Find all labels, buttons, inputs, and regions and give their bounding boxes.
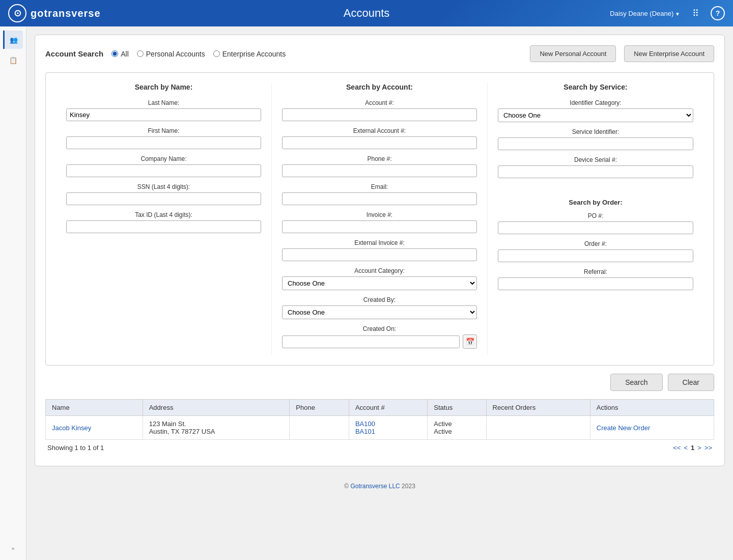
invoice-input[interactable]	[282, 220, 477, 233]
table-footer: Showing 1 to 1 of 1 << < 1 > >>	[45, 440, 714, 456]
result-name: Jacob Kinsey	[46, 416, 143, 440]
pagination-last[interactable]: >>	[704, 444, 712, 452]
col-recent-orders: Recent Orders	[486, 400, 590, 416]
col-phone: Phone	[290, 400, 349, 416]
search-button[interactable]: Search	[610, 374, 662, 391]
referral-row: Referral:	[498, 268, 693, 290]
radio-all-input[interactable]	[111, 50, 118, 57]
col-actions: Actions	[590, 400, 714, 416]
account-ba101-link[interactable]: BA101	[355, 428, 375, 435]
device-serial-row: Device Serial #:	[498, 156, 693, 178]
radio-personal-input[interactable]	[137, 50, 144, 57]
user-menu[interactable]: Daisy Deane (Deane)	[610, 10, 680, 17]
action-buttons: Search Clear	[45, 374, 714, 391]
order-label: Order #:	[498, 240, 693, 247]
account-ba100-link[interactable]: BA100	[355, 420, 375, 428]
results-table: Name Address Phone Account # Status Rece…	[45, 399, 714, 440]
main-content: Account Search All Personal Accounts Ent…	[26, 26, 733, 560]
accounts-icon: 👥	[10, 36, 18, 44]
created-on-input[interactable]	[282, 335, 460, 348]
created-by-select[interactable]: Choose One	[282, 305, 477, 319]
result-status: ActiveActive	[428, 416, 486, 440]
referral-input[interactable]	[498, 277, 693, 290]
ssn-input[interactable]	[66, 192, 261, 205]
email-row: Email:	[282, 183, 477, 205]
order-input[interactable]	[498, 249, 693, 262]
pagination-first[interactable]: <<	[673, 444, 681, 452]
radio-personal[interactable]: Personal Accounts	[137, 50, 205, 58]
calendar-icon[interactable]: 📅	[463, 334, 477, 349]
email-label: Email:	[282, 183, 477, 190]
company-name-label: Company Name:	[66, 155, 261, 162]
result-address: 123 Main St.Austin, TX 78727 USA	[143, 416, 290, 440]
header-right: Daisy Deane (Deane) ⠿ ?	[610, 6, 725, 20]
device-serial-label: Device Serial #:	[498, 156, 693, 163]
identifier-category-row: Identifier Category: Choose One	[498, 99, 693, 122]
footer-company-link[interactable]: Gotransverse LLC	[350, 483, 400, 490]
documents-icon: 📋	[9, 57, 17, 64]
service-identifier-input[interactable]	[498, 137, 693, 150]
result-accounts: BA100 BA101	[349, 416, 427, 440]
logo-text: gotransverse	[31, 8, 101, 19]
tax-id-label: Tax ID (Last 4 digits):	[66, 211, 261, 218]
ext-invoice-input[interactable]	[282, 248, 477, 261]
new-personal-account-button[interactable]: New Personal Account	[530, 45, 616, 62]
sidebar: 👥 📋 »	[0, 26, 26, 560]
search-by-name-title: Search by Name:	[66, 83, 261, 91]
search-by-account-title: Search by Account:	[282, 83, 477, 91]
account-num-input[interactable]	[282, 108, 477, 121]
sidebar-expand[interactable]: »	[11, 545, 14, 551]
new-buttons: New Personal Account New Enterprise Acco…	[514, 45, 714, 62]
last-name-input[interactable]	[66, 108, 261, 121]
ssn-row: SSN (Last 4 digits):	[66, 183, 261, 205]
sidebar-bottom: »	[11, 544, 14, 560]
phone-label: Phone #:	[282, 155, 477, 162]
invoice-label: Invoice #:	[282, 211, 477, 218]
search-by-service-column: Search by Service: Identifier Category: …	[488, 83, 703, 355]
radio-all[interactable]: All	[111, 50, 129, 58]
col-account: Account #	[349, 400, 427, 416]
radio-enterprise[interactable]: Enterprise Accounts	[213, 50, 286, 58]
tax-id-input[interactable]	[66, 220, 261, 233]
service-identifier-row: Service Identifier:	[498, 128, 693, 150]
radio-group: All Personal Accounts Enterprise Account…	[111, 50, 286, 58]
email-input[interactable]	[282, 192, 477, 205]
search-by-account-column: Search by Account: Account #: External A…	[272, 83, 488, 355]
sidebar-item-accounts[interactable]: 👥	[3, 31, 23, 49]
app-body: 👥 📋 » Account Search All Person	[0, 26, 733, 560]
result-phone	[290, 416, 349, 440]
ext-invoice-label: External Invoice #:	[282, 239, 477, 246]
order-row: Order #:	[498, 240, 693, 262]
ext-account-label: External Account #:	[282, 127, 477, 134]
phone-row: Phone #:	[282, 155, 477, 177]
account-category-row: Account Category: Choose One	[282, 267, 477, 290]
create-new-order-link[interactable]: Create New Order	[597, 424, 650, 432]
showing-text: Showing 1 to 1 of 1	[47, 444, 104, 452]
first-name-input[interactable]	[66, 136, 261, 149]
date-row: 📅	[282, 334, 477, 349]
col-name: Name	[46, 400, 143, 416]
table-header-row: Name Address Phone Account # Status Rece…	[46, 400, 714, 416]
pagination-next[interactable]: >	[697, 444, 701, 452]
company-name-input[interactable]	[66, 164, 261, 177]
sidebar-item-documents[interactable]: 📋	[4, 51, 22, 69]
result-name-link[interactable]: Jacob Kinsey	[52, 424, 91, 432]
last-name-row: Last Name:	[66, 99, 261, 121]
col-address: Address	[143, 400, 290, 416]
ssn-label: SSN (Last 4 digits):	[66, 183, 261, 190]
po-label: PO #:	[498, 212, 693, 219]
clear-button[interactable]: Clear	[668, 374, 714, 391]
po-input[interactable]	[498, 221, 693, 234]
account-category-select[interactable]: Choose One	[282, 276, 477, 290]
pagination-prev[interactable]: <	[684, 444, 688, 452]
new-enterprise-account-button[interactable]: New Enterprise Account	[624, 45, 714, 62]
account-category-label: Account Category:	[282, 267, 477, 274]
device-serial-input[interactable]	[498, 165, 693, 178]
identifier-category-select[interactable]: Choose One	[498, 108, 693, 122]
help-icon[interactable]: ?	[711, 6, 725, 20]
ext-account-input[interactable]	[282, 136, 477, 149]
search-form: Search by Name: Last Name: First Name: C…	[45, 72, 714, 366]
radio-enterprise-input[interactable]	[213, 50, 220, 57]
grid-icon[interactable]: ⠿	[688, 6, 702, 20]
phone-input[interactable]	[282, 164, 477, 177]
